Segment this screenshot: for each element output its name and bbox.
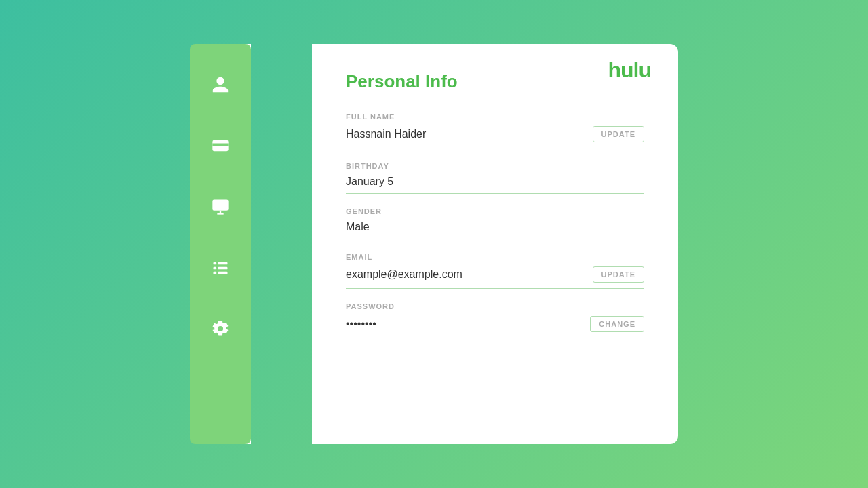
person-icon bbox=[211, 75, 230, 94]
gender-value: Male bbox=[346, 221, 644, 233]
hulu-logo: hulu bbox=[608, 58, 651, 83]
svg-rect-6 bbox=[218, 262, 228, 265]
sidebar bbox=[190, 44, 251, 444]
email-label: EMAIL bbox=[346, 253, 644, 261]
full-name-row: Hassnain Haider UPDATE bbox=[346, 126, 644, 148]
password-row: •••••••• CHANGE bbox=[346, 316, 644, 338]
birthday-section: BIRTHDAY January 5 bbox=[346, 162, 644, 194]
full-name-update-button[interactable]: UPDATE bbox=[593, 126, 644, 142]
password-change-button[interactable]: CHANGE bbox=[590, 316, 644, 332]
gender-section: GENDER Male bbox=[346, 207, 644, 239]
gender-label: GENDER bbox=[346, 207, 644, 216]
email-value: example@example.com bbox=[346, 268, 593, 281]
svg-rect-5 bbox=[214, 262, 217, 265]
monitor-icon bbox=[211, 197, 230, 216]
email-row: example@example.com UPDATE bbox=[346, 266, 644, 289]
full-name-label: FULL NAME bbox=[346, 113, 644, 121]
svg-rect-7 bbox=[214, 267, 217, 270]
email-section: EMAIL example@example.com UPDATE bbox=[346, 253, 644, 289]
svg-rect-1 bbox=[212, 144, 228, 146]
svg-rect-9 bbox=[214, 272, 217, 274]
full-name-section: FULL NAME Hassnain Haider UPDATE bbox=[346, 113, 644, 148]
list-icon bbox=[211, 258, 230, 277]
svg-rect-2 bbox=[212, 200, 228, 211]
password-value: •••••••• bbox=[346, 318, 590, 330]
card-icon bbox=[211, 136, 230, 155]
main-card: hulu Personal Info FULL NAME Hassnain Ha… bbox=[312, 44, 678, 444]
card-container: hulu Personal Info FULL NAME Hassnain Ha… bbox=[190, 44, 678, 444]
password-section: PASSWORD •••••••• CHANGE bbox=[346, 302, 644, 338]
svg-rect-10 bbox=[218, 272, 228, 274]
birthday-row: January 5 bbox=[346, 176, 644, 194]
birthday-label: BIRTHDAY bbox=[346, 162, 644, 170]
sidebar-item-queue[interactable] bbox=[207, 254, 234, 281]
sidebar-item-settings[interactable] bbox=[207, 315, 234, 342]
birthday-value: January 5 bbox=[346, 176, 644, 188]
settings-icon bbox=[211, 319, 230, 338]
full-name-value: Hassnain Haider bbox=[346, 128, 593, 140]
svg-rect-8 bbox=[218, 267, 228, 270]
sidebar-item-devices[interactable] bbox=[207, 193, 234, 220]
password-label: PASSWORD bbox=[346, 302, 644, 310]
sidebar-item-billing[interactable] bbox=[207, 132, 234, 159]
email-update-button[interactable]: UPDATE bbox=[593, 266, 644, 283]
gender-row: Male bbox=[346, 221, 644, 239]
page-title: Personal Info bbox=[346, 71, 644, 92]
sidebar-item-profile[interactable] bbox=[207, 71, 234, 98]
page-background: hulu Personal Info FULL NAME Hassnain Ha… bbox=[0, 0, 868, 488]
